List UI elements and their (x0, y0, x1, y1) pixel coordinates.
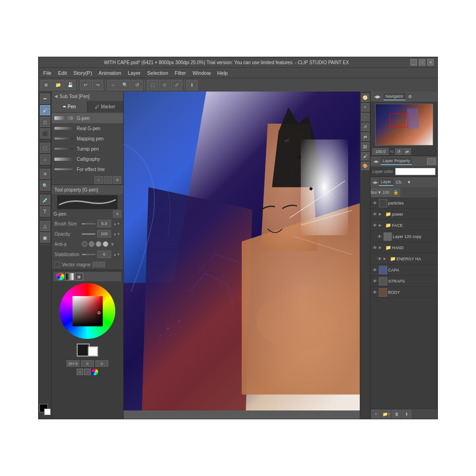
background-color[interactable] (44, 409, 51, 415)
tool-shape[interactable]: △ (40, 221, 50, 231)
tool-text[interactable]: T (40, 206, 50, 217)
zoom-flip-btn[interactable]: ⇄ (403, 148, 411, 155)
color-wheel[interactable] (60, 283, 115, 339)
toolbar-redo[interactable]: ↪ (92, 80, 103, 90)
pen-item-effect[interactable]: For effect line (52, 164, 123, 174)
tool-brush[interactable]: 🖌 (40, 105, 50, 115)
layer-visibility-particles[interactable]: 👁 (371, 200, 378, 206)
right-icon-zoom-in[interactable]: + (361, 103, 370, 112)
right-icon-flip[interactable]: ⇄ (361, 132, 370, 141)
pen-tab-pen[interactable]: ✒ Pen (52, 101, 87, 112)
layer-expand-face[interactable]: ▶ (379, 223, 384, 227)
canvas-area[interactable]: 1000 | ◀ ● 357.5 : 0 : V : 0 (124, 92, 360, 419)
nav-zoom-input[interactable] (372, 148, 389, 155)
color-gradient-icon[interactable] (66, 273, 74, 280)
gpen-settings-btn[interactable]: ⚙ (113, 210, 121, 218)
layer-item-particles[interactable]: 👁 particles (370, 198, 437, 209)
layer-visibility-face[interactable]: 👁 (371, 222, 378, 229)
tool-eraser[interactable]: ◻ (40, 117, 50, 127)
antialias-none[interactable] (82, 241, 87, 247)
color-wheel-container[interactable] (60, 283, 115, 339)
new-layer-btn[interactable]: + (371, 410, 381, 418)
right-icon-zoom-out[interactable]: - (361, 113, 370, 121)
antialias-weak[interactable] (89, 241, 94, 247)
toolbar-save[interactable]: 💾 (65, 80, 76, 90)
layer-prop-tab[interactable]: Layer Property (381, 158, 412, 165)
nav-settings-btn[interactable]: ⚙ (406, 93, 414, 100)
layer-prop-expand[interactable]: ◀▶ (372, 159, 380, 164)
toolbar-move[interactable]: ↔ (107, 80, 119, 90)
menu-filter[interactable]: Filter (172, 69, 189, 77)
toolbar-lasso[interactable]: ⊂ (159, 80, 170, 90)
tool-gradient[interactable]: ▣ (40, 232, 50, 243)
menu-story[interactable]: Story(P) (71, 69, 95, 77)
menu-layer[interactable]: Layer (125, 69, 144, 77)
value-input[interactable] (95, 360, 108, 367)
zoom-rotate-btn[interactable]: ↺ (395, 148, 403, 155)
layer-visibility-power[interactable]: 👁 (371, 211, 378, 218)
layer-blend-mode[interactable]: Nor▼ (371, 188, 381, 197)
layer-visibility-straps[interactable]: 👁 (371, 278, 378, 284)
merge-layer-btn[interactable]: ⬇ (402, 410, 411, 418)
menu-selection[interactable]: Selection (145, 69, 171, 77)
new-folder-btn[interactable]: 📁+ (382, 410, 391, 418)
layer-visibility-body[interactable]: 👁 (371, 289, 378, 296)
nav-expand-btn[interactable]: ◀▶ (372, 93, 383, 100)
layer-visibility-capa[interactable]: 👁 (371, 267, 378, 273)
antialias-strong[interactable] (103, 241, 108, 247)
tool-select[interactable]: ⬚ (40, 143, 50, 153)
navigator-tab[interactable]: Navigator (383, 93, 405, 100)
right-icon-rotate[interactable]: ↺ (361, 123, 370, 131)
color-circle-btn[interactable] (92, 369, 98, 375)
toolbar-open[interactable]: 📁 (53, 80, 64, 90)
stabilization-slider[interactable] (82, 254, 95, 255)
vector-magnet-checkbox[interactable] (54, 262, 60, 267)
brush-size-input[interactable] (97, 220, 111, 227)
layer-item-straps[interactable]: 👁 STRAPS (370, 276, 437, 287)
layer-item-energyha[interactable]: 👁 ▶ 📁 ENERGY HA (375, 253, 437, 264)
maximize-button[interactable]: □ (419, 59, 425, 66)
layer-item-hand[interactable]: 👁 ▶ 📁 HAND (370, 242, 437, 253)
pen-settings-btn[interactable]: ⚙ (113, 176, 121, 184)
right-icon-navigator[interactable]: 🧭 (361, 93, 370, 102)
tool-fill[interactable]: ⬛ (40, 128, 50, 139)
menu-help[interactable]: Help (214, 69, 231, 77)
layer-visibility-energyha[interactable]: 👁 (376, 256, 383, 262)
layer-lock-btn[interactable]: 🔒 (391, 188, 400, 197)
toolbar-new[interactable]: ⊕ (40, 80, 52, 90)
pen-tab-marker[interactable]: 🖊 Marker (87, 101, 123, 112)
color-saturation-square[interactable] (73, 296, 103, 326)
tool-zoom[interactable]: 🔍 (40, 180, 50, 191)
toolbar-info[interactable]: ℹ (186, 80, 198, 90)
pen-item-mapping[interactable]: Mapping pen (52, 133, 123, 144)
pen-item-calligraphy[interactable]: Calligraphy (52, 154, 123, 164)
navigator-thumbnail[interactable] (375, 104, 433, 145)
antialias-medium[interactable] (96, 241, 101, 247)
opacity-input[interactable] (97, 230, 111, 238)
tool-eyedropper[interactable]: 💉 (40, 195, 50, 205)
hue-input[interactable] (66, 360, 79, 367)
toolbar-rotate[interactable]: ↺ (132, 80, 143, 90)
layer-item-power[interactable]: 👁 ▶ 📁 power (370, 209, 437, 220)
add-pen-btn[interactable]: + (94, 176, 103, 184)
close-button[interactable]: ✕ (427, 59, 434, 66)
layer-item-body[interactable]: 👁 BODY (370, 287, 437, 298)
layers-tab-channel[interactable]: Ch. (394, 179, 404, 185)
pen-item-gpen[interactable]: G-pen (52, 113, 123, 123)
background-swatch[interactable] (88, 346, 98, 357)
tool-pen[interactable]: ✒ (40, 93, 50, 104)
right-icon-layers[interactable]: ▤ (361, 142, 370, 151)
layer-prop-config[interactable] (427, 158, 436, 165)
minimize-button[interactable]: _ (410, 59, 417, 66)
layer-expand-power[interactable]: ▶ (379, 212, 384, 216)
tool-lasso[interactable]: ○ (40, 154, 50, 165)
layer-item-125copy[interactable]: 👁 Layer 125 copy (375, 231, 437, 242)
pen-item-real-gpen[interactable]: Real G-pen (52, 123, 123, 133)
toolbar-undo[interactable]: ↩ (80, 80, 91, 90)
pen-item-turnip[interactable]: Turnip pen (52, 144, 123, 154)
layer-item-capa[interactable]: 👁 CAPA (370, 264, 437, 276)
layer-visibility-hand[interactable]: 👁 (371, 245, 378, 251)
color-wheel-icon[interactable] (56, 273, 65, 280)
delete-layer-btn[interactable]: 🗑 (392, 410, 401, 418)
layer-item-face[interactable]: 👁 ▶ 📁 FACE (370, 220, 437, 231)
